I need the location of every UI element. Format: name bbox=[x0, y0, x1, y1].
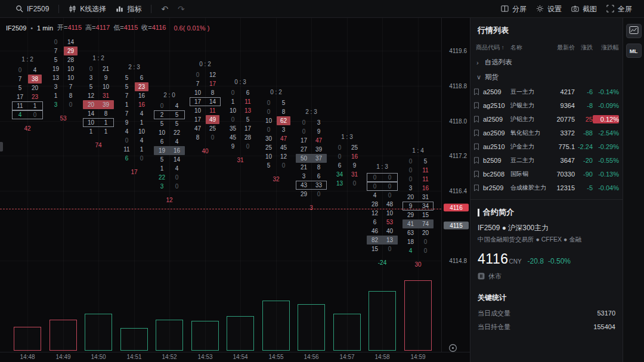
time-axis-label: 14:48 bbox=[17, 354, 38, 360]
col-header-price[interactable]: 最新价 bbox=[550, 44, 575, 52]
imbalance-label: 0 : 2 bbox=[261, 89, 292, 95]
time-axis[interactable]: 14:4814:4914:5014:5114:5214:5314:5414:55… bbox=[0, 352, 470, 362]
instrument-name: 豆一主力 bbox=[510, 88, 550, 96]
footprint-cell-row: 4640 bbox=[367, 227, 398, 236]
instrument-change-pct: -2.54% bbox=[593, 129, 619, 137]
imbalance-label: 0 : 2 bbox=[190, 61, 221, 67]
footprint-cell-row: 30 bbox=[48, 100, 79, 109]
chart-legend: IF2509 • 1 min 开=4115高=4117低=4115收=4116 … bbox=[6, 23, 209, 32]
col-header-change-pct[interactable]: 涨跌幅 bbox=[593, 44, 619, 52]
topbar-divider bbox=[151, 5, 151, 13]
footprint-cell-row: 716 bbox=[119, 91, 150, 100]
fullscreen-button[interactable]: 全屏 bbox=[606, 0, 632, 18]
volume-bar bbox=[298, 304, 325, 351]
drawing-toolbar-handle[interactable] bbox=[0, 142, 3, 151]
list-item[interactable]: al2509沪铝主力20775250.12% bbox=[470, 112, 623, 126]
fullscreen-icon bbox=[606, 5, 614, 13]
price-axis[interactable]: 4119.64118.84118.04117.24116.44114.84116… bbox=[441, 18, 470, 352]
footprint-cell-row: 1231 bbox=[83, 91, 114, 100]
candlestick-icon bbox=[69, 5, 76, 13]
footprint-cell-row: 40 bbox=[402, 246, 434, 255]
footprint-cell-row: 55 bbox=[154, 119, 185, 128]
instrument-name: 沪铝主力 bbox=[510, 115, 550, 123]
chart-region[interactable]: IF2509 • 1 min 开=4115高=4117低=4115收=4116 … bbox=[0, 18, 470, 362]
right-rail: ML bbox=[623, 18, 644, 362]
footprint-cell-row: 14 bbox=[154, 164, 185, 173]
footprint-cell-row: 180 bbox=[402, 237, 434, 246]
imbalance-label: 2 : 0 bbox=[154, 92, 185, 98]
market-status-label: 休市 bbox=[488, 272, 501, 281]
instrument-change-pct: -0.13% bbox=[593, 171, 619, 178]
instrument-change: -90 bbox=[575, 171, 593, 178]
instrument-change-pct: -0.55% bbox=[593, 157, 619, 164]
footprint-cell-row: 1011 bbox=[190, 106, 221, 115]
footprint-column: 1 : 202139510123120391481011174 bbox=[83, 64, 114, 148]
footprint-cell-row: 39 bbox=[83, 73, 114, 82]
instrument-price: 12315 bbox=[550, 184, 575, 191]
ml-panel-button[interactable]: ML bbox=[626, 44, 642, 58]
settings-button[interactable]: 设置 bbox=[536, 0, 562, 18]
imbalance-label: 1 : 3 bbox=[367, 163, 398, 170]
indicators-button[interactable]: 指标 bbox=[116, 0, 141, 18]
list-item[interactable]: bc2508国际铜70330-90-0.13% bbox=[470, 167, 623, 181]
gear-icon bbox=[536, 5, 544, 13]
price-axis-label: 4119.6 bbox=[449, 48, 467, 54]
footprint-cell-row: 510 bbox=[83, 82, 114, 91]
footprint-column: 1 : 30000402848121065346408213150-24 bbox=[367, 173, 398, 266]
legend-change: 0.6( 0.01% ) bbox=[174, 24, 209, 32]
footprint-cell-row: 08 bbox=[261, 107, 292, 116]
col-header-code[interactable]: 商品代码 ↑ bbox=[473, 44, 510, 52]
footprint-cell-row: 016 bbox=[332, 152, 363, 161]
instrument-change: 25 bbox=[575, 116, 593, 123]
reset-view-button[interactable] bbox=[447, 344, 458, 354]
delta-footer: 12 bbox=[154, 197, 185, 203]
col-header-change[interactable]: 涨跌 bbox=[575, 44, 593, 52]
group-futures[interactable]: ∨ 期货 bbox=[470, 70, 623, 85]
price-axis-label: 4116.4 bbox=[449, 188, 467, 194]
delta-footer: 30 bbox=[402, 261, 434, 268]
instrument-code: bc2508 bbox=[483, 171, 510, 178]
chart-snapshot-panel-button[interactable] bbox=[626, 24, 642, 38]
footprint-cell-row: 111 bbox=[225, 97, 256, 106]
footprint-cell-row: 523 bbox=[119, 82, 150, 91]
footprint-cell-row: 2848 bbox=[367, 200, 398, 209]
undo-button[interactable]: ↶ bbox=[161, 0, 168, 18]
footprint-cell-row: 5037 bbox=[296, 154, 327, 163]
search-icon bbox=[16, 5, 23, 13]
bookmark-icon bbox=[473, 184, 483, 191]
split-screen-label: 分屏 bbox=[512, 0, 527, 18]
footprint-cell-row: 03 bbox=[261, 125, 292, 134]
list-item[interactable]: b2509豆二主力3647-20-0.55% bbox=[470, 153, 623, 167]
time-axis-label: 14:52 bbox=[159, 354, 180, 360]
topbar: IF2509 K线选择 指标 ↶ ↷ 分屏 设置 bbox=[0, 0, 644, 18]
list-item[interactable]: ag2510沪银主力9364-8-0.09% bbox=[470, 98, 623, 112]
footprint-cell-row: 653 bbox=[367, 218, 398, 227]
instrument-price: 70330 bbox=[550, 171, 575, 178]
list-item[interactable]: ao2509氧化铝主力3372-88-2.54% bbox=[470, 126, 623, 140]
symbol-search-button[interactable]: IF2509 bbox=[16, 0, 49, 18]
volume-bar bbox=[120, 328, 148, 351]
volume-bar bbox=[14, 327, 41, 351]
screenshot-button[interactable]: 截图 bbox=[571, 0, 597, 18]
footprint-column: 1 : 405011011316203193429154174632018040… bbox=[402, 157, 434, 268]
footprint-cell-row: 1210 bbox=[367, 209, 398, 218]
redo-button[interactable]: ↷ bbox=[178, 0, 185, 18]
list-item[interactable]: a2509豆一主力4217-6-0.14% bbox=[470, 85, 623, 98]
col-header-name[interactable]: 名称 bbox=[510, 44, 550, 52]
list-item[interactable]: au2510沪金主力775.1-2.24-0.29% bbox=[470, 140, 623, 153]
group-watchlist[interactable]: › 自选列表 bbox=[470, 55, 623, 70]
split-screen-button[interactable]: 分屏 bbox=[501, 0, 527, 18]
contract-section-head: 合约简介 bbox=[470, 200, 623, 221]
footprint-cell-row: 738 bbox=[12, 75, 43, 83]
imbalance-label: 1 : 2 bbox=[12, 56, 43, 63]
price-tag: 4115 bbox=[444, 222, 469, 230]
footprint-cell-row: 148 bbox=[83, 109, 114, 118]
footprint-cell-row: 1747 bbox=[296, 136, 327, 145]
list-item[interactable]: br2509合成橡胶主力12315-5-0.04% bbox=[470, 181, 623, 194]
footprint-cell-row: 3517 bbox=[225, 124, 256, 133]
footprint-cell-row: 520 bbox=[12, 83, 43, 92]
kline-select-button[interactable]: K线选择 bbox=[69, 0, 106, 18]
footprint-cell-row: 729 bbox=[48, 47, 79, 55]
volume-bar bbox=[227, 316, 254, 351]
stats-rows: 当日成交量53170当日持仓量155404 bbox=[470, 307, 623, 334]
